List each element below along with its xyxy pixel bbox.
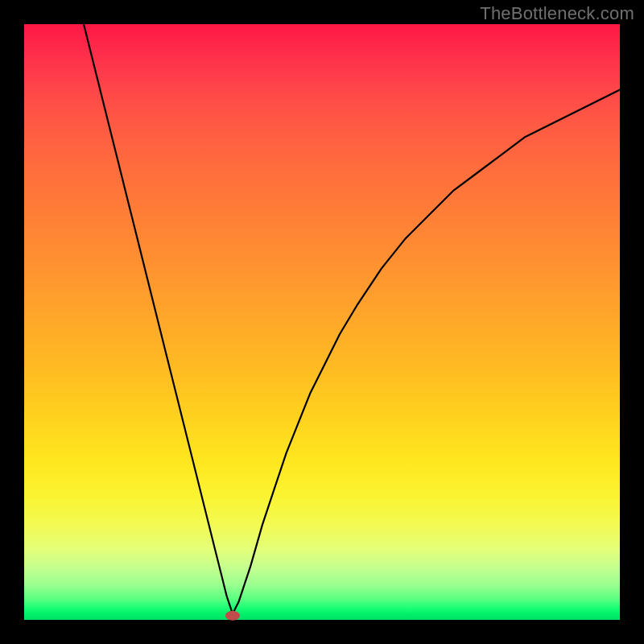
watermark-label: TheBottleneck.com <box>480 3 634 24</box>
minimum-marker <box>225 611 240 621</box>
plot-area <box>24 24 620 620</box>
chart-frame: TheBottleneck.com <box>0 0 644 644</box>
curve-layer <box>24 24 620 620</box>
bottleneck-curve <box>84 24 620 614</box>
